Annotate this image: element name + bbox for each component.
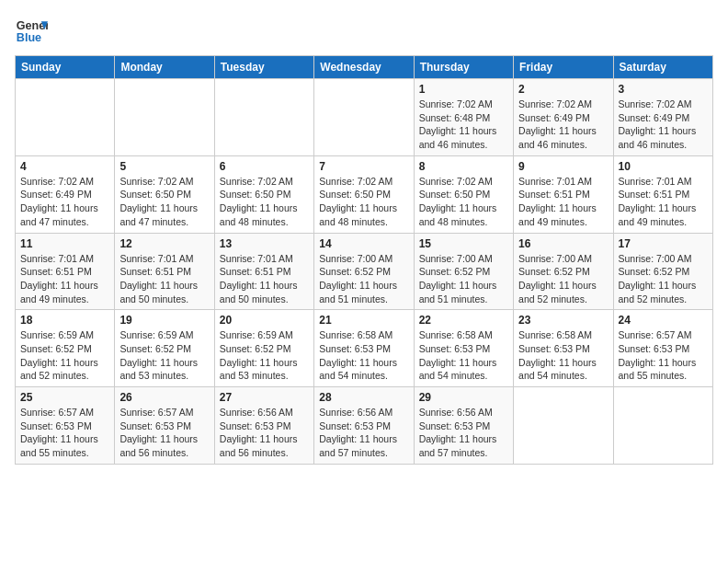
day-number: 12 [119, 237, 209, 250]
calendar-cell: 29Sunrise: 6:56 AM Sunset: 6:53 PM Dayli… [414, 387, 513, 465]
day-number: 7 [319, 160, 408, 173]
day-info: Sunrise: 6:58 AM Sunset: 6:53 PM Dayligh… [419, 328, 508, 383]
calendar-cell: 4Sunrise: 7:02 AM Sunset: 6:49 PM Daylig… [16, 155, 115, 233]
calendar-cell: 24Sunrise: 6:57 AM Sunset: 6:53 PM Dayli… [613, 310, 712, 387]
day-number: 14 [319, 237, 408, 250]
day-number: 23 [518, 314, 608, 327]
day-info: Sunrise: 6:59 AM Sunset: 6:52 PM Dayligh… [20, 328, 109, 383]
calendar-cell: 15Sunrise: 7:00 AM Sunset: 6:52 PM Dayli… [414, 233, 513, 310]
calendar-cell: 22Sunrise: 6:58 AM Sunset: 6:53 PM Dayli… [414, 310, 513, 387]
day-number: 10 [619, 160, 708, 173]
day-info: Sunrise: 6:58 AM Sunset: 6:53 PM Dayligh… [319, 328, 408, 383]
calendar-cell [115, 79, 214, 156]
day-of-week-header: Monday [115, 56, 214, 79]
calendar-cell: 17Sunrise: 7:00 AM Sunset: 6:52 PM Dayli… [613, 233, 712, 310]
calendar-cell: 20Sunrise: 6:59 AM Sunset: 6:52 PM Dayli… [214, 310, 313, 387]
day-number: 27 [220, 391, 309, 404]
day-info: Sunrise: 7:02 AM Sunset: 6:49 PM Dayligh… [619, 98, 708, 152]
calendar-cell: 14Sunrise: 7:00 AM Sunset: 6:52 PM Dayli… [314, 233, 414, 310]
calendar-cell: 16Sunrise: 7:00 AM Sunset: 6:52 PM Dayli… [514, 233, 613, 310]
calendar-cell: 3Sunrise: 7:02 AM Sunset: 6:49 PM Daylig… [613, 79, 712, 156]
day-number: 8 [419, 160, 508, 173]
day-number: 2 [518, 83, 608, 96]
calendar-cell [314, 79, 414, 156]
day-number: 17 [619, 237, 708, 250]
day-number: 5 [119, 160, 209, 173]
calendar-cell: 18Sunrise: 6:59 AM Sunset: 6:52 PM Dayli… [16, 310, 115, 387]
calendar-cell: 28Sunrise: 6:56 AM Sunset: 6:53 PM Dayli… [314, 387, 414, 465]
day-number: 20 [220, 314, 309, 327]
day-number: 1 [419, 83, 508, 96]
calendar-cell: 13Sunrise: 7:01 AM Sunset: 6:51 PM Dayli… [214, 233, 313, 310]
day-of-week-header: Thursday [414, 56, 513, 79]
day-info: Sunrise: 7:00 AM Sunset: 6:52 PM Dayligh… [619, 252, 708, 306]
calendar-cell: 12Sunrise: 7:01 AM Sunset: 6:51 PM Dayli… [115, 233, 214, 310]
day-info: Sunrise: 6:58 AM Sunset: 6:53 PM Dayligh… [518, 328, 608, 383]
day-number: 6 [220, 160, 309, 173]
calendar-cell: 19Sunrise: 6:59 AM Sunset: 6:52 PM Dayli… [115, 310, 214, 387]
calendar-cell: 5Sunrise: 7:02 AM Sunset: 6:50 PM Daylig… [115, 155, 214, 233]
calendar-cell: 1Sunrise: 7:02 AM Sunset: 6:48 PM Daylig… [414, 79, 513, 156]
calendar-cell: 9Sunrise: 7:01 AM Sunset: 6:51 PM Daylig… [514, 155, 613, 233]
day-info: Sunrise: 6:57 AM Sunset: 6:53 PM Dayligh… [619, 328, 708, 383]
svg-text:Blue: Blue [17, 31, 41, 44]
day-info: Sunrise: 6:57 AM Sunset: 6:53 PM Dayligh… [119, 406, 209, 460]
calendar-cell: 27Sunrise: 6:56 AM Sunset: 6:53 PM Dayli… [214, 387, 313, 465]
calendar-cell: 6Sunrise: 7:02 AM Sunset: 6:50 PM Daylig… [214, 155, 313, 233]
calendar-cell: 2Sunrise: 7:02 AM Sunset: 6:49 PM Daylig… [514, 79, 613, 156]
calendar-week-row: 18Sunrise: 6:59 AM Sunset: 6:52 PM Dayli… [16, 310, 713, 387]
calendar-cell: 11Sunrise: 7:01 AM Sunset: 6:51 PM Dayli… [16, 233, 115, 310]
day-number: 22 [419, 314, 508, 327]
calendar-week-row: 11Sunrise: 7:01 AM Sunset: 6:51 PM Dayli… [16, 233, 713, 310]
day-number: 11 [20, 237, 109, 250]
day-info: Sunrise: 7:02 AM Sunset: 6:50 PM Dayligh… [319, 175, 408, 229]
day-info: Sunrise: 6:56 AM Sunset: 6:53 PM Dayligh… [319, 406, 408, 460]
day-info: Sunrise: 7:01 AM Sunset: 6:51 PM Dayligh… [518, 175, 608, 229]
day-info: Sunrise: 6:59 AM Sunset: 6:52 PM Dayligh… [220, 328, 309, 383]
calendar-cell: 23Sunrise: 6:58 AM Sunset: 6:53 PM Dayli… [514, 310, 613, 387]
calendar-table: SundayMondayTuesdayWednesdayThursdayFrid… [15, 55, 713, 465]
day-info: Sunrise: 7:01 AM Sunset: 6:51 PM Dayligh… [20, 252, 109, 306]
day-of-week-header: Sunday [16, 56, 115, 79]
day-info: Sunrise: 7:00 AM Sunset: 6:52 PM Dayligh… [319, 252, 408, 306]
day-info: Sunrise: 7:01 AM Sunset: 6:51 PM Dayligh… [119, 252, 209, 306]
calendar-cell [214, 79, 313, 156]
day-info: Sunrise: 7:00 AM Sunset: 6:52 PM Dayligh… [419, 252, 508, 306]
day-number: 26 [119, 391, 209, 404]
day-info: Sunrise: 7:02 AM Sunset: 6:50 PM Dayligh… [119, 175, 209, 229]
calendar-cell: 26Sunrise: 6:57 AM Sunset: 6:53 PM Dayli… [115, 387, 214, 465]
day-of-week-header: Saturday [613, 56, 712, 79]
calendar-cell [613, 387, 712, 465]
calendar-cell: 21Sunrise: 6:58 AM Sunset: 6:53 PM Dayli… [314, 310, 414, 387]
day-number: 15 [419, 237, 508, 250]
page-header: General Blue [15, 15, 713, 48]
day-number: 21 [319, 314, 408, 327]
day-info: Sunrise: 7:02 AM Sunset: 6:50 PM Dayligh… [419, 175, 508, 229]
calendar-cell: 25Sunrise: 6:57 AM Sunset: 6:53 PM Dayli… [16, 387, 115, 465]
day-info: Sunrise: 6:59 AM Sunset: 6:52 PM Dayligh… [119, 328, 209, 383]
day-info: Sunrise: 6:56 AM Sunset: 6:53 PM Dayligh… [419, 406, 508, 460]
day-info: Sunrise: 7:02 AM Sunset: 6:50 PM Dayligh… [220, 175, 309, 229]
calendar-week-row: 1Sunrise: 7:02 AM Sunset: 6:48 PM Daylig… [16, 79, 713, 156]
day-info: Sunrise: 6:56 AM Sunset: 6:53 PM Dayligh… [220, 406, 309, 460]
day-info: Sunrise: 7:02 AM Sunset: 6:49 PM Dayligh… [20, 175, 109, 229]
logo-icon: General Blue [15, 15, 48, 48]
day-info: Sunrise: 6:57 AM Sunset: 6:53 PM Dayligh… [20, 406, 109, 460]
calendar-week-row: 25Sunrise: 6:57 AM Sunset: 6:53 PM Dayli… [16, 387, 713, 465]
calendar-cell: 7Sunrise: 7:02 AM Sunset: 6:50 PM Daylig… [314, 155, 414, 233]
day-info: Sunrise: 7:01 AM Sunset: 6:51 PM Dayligh… [220, 252, 309, 306]
day-number: 28 [319, 391, 408, 404]
day-of-week-header: Tuesday [214, 56, 313, 79]
day-number: 13 [220, 237, 309, 250]
calendar-cell: 10Sunrise: 7:01 AM Sunset: 6:51 PM Dayli… [613, 155, 712, 233]
calendar-cell: 8Sunrise: 7:02 AM Sunset: 6:50 PM Daylig… [414, 155, 513, 233]
day-number: 24 [619, 314, 708, 327]
calendar-cell [514, 387, 613, 465]
day-number: 19 [119, 314, 209, 327]
day-info: Sunrise: 7:00 AM Sunset: 6:52 PM Dayligh… [518, 252, 608, 306]
calendar-week-row: 4Sunrise: 7:02 AM Sunset: 6:49 PM Daylig… [16, 155, 713, 233]
days-of-week-row: SundayMondayTuesdayWednesdayThursdayFrid… [16, 56, 713, 79]
day-info: Sunrise: 7:02 AM Sunset: 6:49 PM Dayligh… [518, 98, 608, 152]
day-number: 25 [20, 391, 109, 404]
calendar-cell [16, 79, 115, 156]
